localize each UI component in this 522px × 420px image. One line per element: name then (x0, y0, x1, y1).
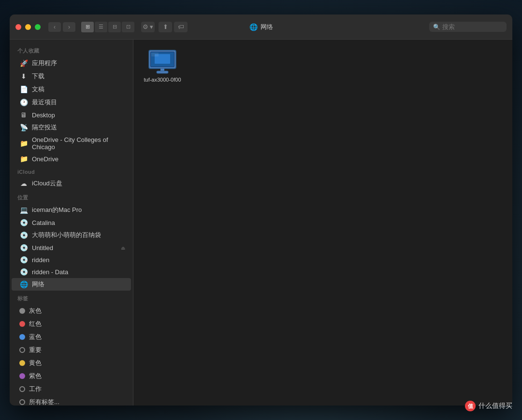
settings-button[interactable]: ⚙ ▾ (141, 22, 155, 32)
sidebar-item-catalina-label: Catalina (32, 219, 55, 226)
search-box[interactable]: 🔍 (429, 22, 507, 32)
file-content-area: tuf-ax3000-0f00 (133, 40, 512, 406)
all-tags-dot-icon (19, 399, 25, 405)
all-tags-label: 所有标签... (29, 398, 59, 406)
sidebar-item-applications[interactable]: 🚀 应用程序 (12, 57, 131, 70)
view-list-button[interactable]: ☰ (95, 22, 107, 32)
watermark-text: 什么值得买 (478, 402, 512, 410)
tags-section-label: 标签 (10, 291, 133, 304)
locations-section-label: 位置 (10, 190, 133, 203)
view-column-button[interactable]: ⊟ (108, 22, 121, 32)
window-title: 网络 (261, 23, 273, 31)
nav-buttons: ‹ › (48, 22, 75, 32)
watermark: 值 什么值得买 (465, 401, 512, 411)
device-name-label: tuf-ax3000-0f00 (144, 76, 181, 83)
forward-button[interactable]: › (63, 22, 75, 32)
sidebar-item-downloads-label: 下载 (32, 72, 44, 81)
sidebar-item-onedrive-label: OneDrive (32, 155, 58, 163)
favorites-section-label: 个人收藏 (10, 43, 133, 56)
finder-window: ‹ › ⊞ ☰ ⊟ ⊡ ⚙ ▾ ⬆ 🏷 🌐 网络 🔍 (10, 14, 512, 406)
catalina-icon: 💿 (19, 219, 28, 226)
minimize-button[interactable] (25, 24, 31, 30)
sidebar-item-desktop[interactable]: 🖥 Desktop (12, 109, 131, 121)
sidebar-item-airdrop[interactable]: 📡 隔空投送 (12, 121, 131, 134)
desktop-icon: 🖥 (19, 111, 28, 119)
network-icon: 🌐 (19, 280, 28, 288)
sidebar-item-documents[interactable]: 📄 文稿 (12, 83, 131, 96)
ridden-icon: 💿 (19, 256, 28, 264)
sidebar-item-catalina[interactable]: 💿 Catalina (12, 217, 131, 228)
onedrive-city-icon: 📁 (19, 140, 28, 147)
svg-rect-4 (160, 69, 164, 71)
monitor-svg-icon (148, 49, 177, 74)
sidebar-item-tag-purple[interactable]: 紫色 (12, 370, 131, 382)
sidebar-item-network-label: 网络 (32, 280, 44, 289)
important-dot-icon (19, 347, 25, 353)
sidebar-item-onedrive-city-label: OneDrive - City Colleges of Chicago (32, 136, 123, 151)
sidebar-item-tag-work[interactable]: 工作 (12, 383, 131, 395)
sidebar-item-onedrive[interactable]: 📁 OneDrive (12, 153, 131, 165)
bag-icon: 💿 (19, 231, 28, 239)
sidebar-item-untitled-label: Untitled (32, 244, 53, 252)
sidebar-item-recents[interactable]: 🕐 最近项目 (12, 96, 131, 109)
tag-purple-label: 紫色 (29, 372, 42, 380)
sidebar-item-untitled[interactable]: 💿 Untitled ⏏ (12, 242, 131, 253)
sidebar-item-tag-gray[interactable]: 灰色 (12, 305, 131, 317)
icloud-drive-icon: ☁ (19, 180, 28, 187)
sidebar-item-tag-red[interactable]: 红色 (12, 318, 131, 330)
maximize-button[interactable] (35, 24, 41, 30)
view-buttons: ⊞ ☰ ⊟ ⊡ (81, 22, 134, 32)
eject-icon[interactable]: ⏏ (121, 245, 125, 251)
airdrop-icon: 📡 (19, 124, 28, 131)
red-dot-icon (19, 321, 25, 327)
documents-icon: 📄 (19, 85, 28, 93)
sidebar-item-ridden-data[interactable]: 💿 ridden - Data (12, 266, 131, 278)
gray-dot-icon (19, 308, 25, 314)
svg-rect-6 (151, 53, 159, 56)
applications-icon: 🚀 (19, 59, 28, 67)
close-button[interactable] (15, 24, 21, 30)
sidebar-item-tag-blue[interactable]: 蓝色 (12, 331, 131, 343)
sidebar-item-icloud-drive[interactable]: ☁ iCloud云盘 (12, 177, 131, 190)
sidebar-item-onedrive-city[interactable]: 📁 OneDrive - City Colleges of Chicago (12, 134, 131, 153)
tag-button[interactable]: 🏷 (174, 22, 188, 32)
ridden-data-icon: 💿 (19, 268, 28, 276)
tag-important-label: 重要 (29, 346, 42, 354)
svg-rect-5 (157, 71, 168, 73)
tag-work-label: 工作 (29, 385, 42, 393)
sidebar-item-applications-label: 应用程序 (32, 59, 57, 68)
device-icon-container[interactable]: tuf-ax3000-0f00 (143, 49, 182, 83)
untitled-icon: 💿 (19, 244, 28, 252)
sidebar-item-network[interactable]: 🌐 网络 (12, 278, 131, 291)
tag-gray-label: 灰色 (29, 307, 42, 315)
sidebar-item-tag-yellow[interactable]: 黄色 (12, 357, 131, 369)
traffic-lights (15, 24, 41, 30)
sidebar-item-airdrop-label: 隔空投送 (32, 123, 57, 132)
sidebar-item-ridden-data-label: ridden - Data (32, 268, 68, 276)
sidebar-item-ridden[interactable]: 💿 ridden (12, 254, 131, 266)
sidebar-item-mac-pro-label: iceman的Mac Pro (32, 206, 82, 214)
window-title-area: 🌐 网络 (249, 23, 273, 31)
sidebar-item-all-tags[interactable]: 所有标签... (12, 396, 131, 406)
sidebar-item-bag[interactable]: 💿 大萌萌和小萌萌的百纳袋 (12, 229, 131, 241)
recents-icon: 🕐 (19, 98, 28, 106)
downloads-icon: ⬇ (19, 72, 28, 80)
tag-yellow-label: 黄色 (29, 359, 42, 367)
share-button[interactable]: ⬆ (159, 22, 172, 32)
search-input[interactable] (442, 23, 503, 30)
search-icon: 🔍 (433, 24, 440, 30)
sidebar-item-recents-label: 最近项目 (32, 98, 57, 107)
window-globe-icon: 🌐 (249, 23, 258, 31)
sidebar-item-mac-pro[interactable]: 💻 iceman的Mac Pro (12, 204, 131, 216)
back-button[interactable]: ‹ (48, 22, 61, 32)
icloud-section-label: iCloud (10, 165, 133, 177)
onedrive-icon: 📁 (19, 155, 28, 163)
sidebar-item-tag-important[interactable]: 重要 (12, 344, 131, 356)
view-icon-button[interactable]: ⊞ (81, 22, 94, 32)
sidebar-item-icloud-drive-label: iCloud云盘 (32, 179, 62, 188)
sidebar-item-downloads[interactable]: ⬇ 下载 (12, 70, 131, 83)
blue-dot-icon (19, 334, 25, 340)
work-dot-icon (19, 386, 25, 392)
view-gallery-button[interactable]: ⊡ (122, 22, 134, 32)
sidebar-item-documents-label: 文稿 (32, 85, 44, 94)
